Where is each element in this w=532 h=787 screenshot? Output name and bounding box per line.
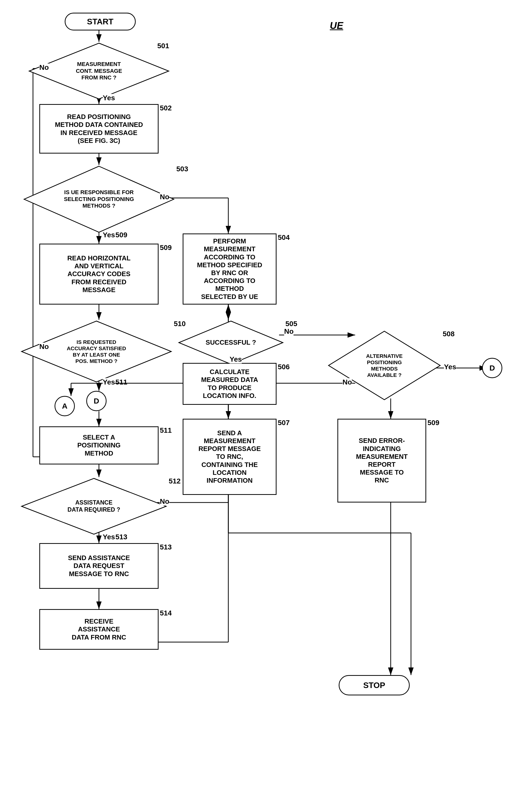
ref-514: 514 bbox=[160, 609, 172, 617]
ref-512-yes: 513 bbox=[115, 533, 127, 541]
node-504: PERFORMMEASUREMENTACCORDING TOMETHOD SPE… bbox=[183, 233, 276, 304]
ref-505: 505 bbox=[285, 320, 297, 328]
ref-510: 510 bbox=[174, 320, 186, 328]
label-508-no: No bbox=[342, 378, 352, 386]
circle-d-right: D bbox=[482, 358, 502, 378]
ref-511: 511 bbox=[160, 426, 172, 434]
stop-node: STOP bbox=[339, 675, 410, 695]
label-501-yes: Yes bbox=[103, 94, 115, 102]
node-512: ASSISTANCEDATA REQUIRED ? bbox=[20, 477, 168, 535]
circle-d-left: D bbox=[86, 391, 107, 411]
ref-506: 506 bbox=[278, 363, 290, 371]
node-509-send: SEND ERROR-INDICATINGMEASUREMENTREPORTME… bbox=[337, 419, 426, 503]
ref-512: 512 bbox=[169, 477, 181, 485]
circle-a-left: A bbox=[54, 396, 75, 416]
node-509-read: READ HORIZONTALAND VERTICALACCURACY CODE… bbox=[39, 243, 159, 304]
label-501-no: No bbox=[39, 63, 49, 71]
ref-501: 501 bbox=[157, 42, 169, 50]
ref-507: 507 bbox=[278, 419, 290, 427]
flowchart-diagram: UE START MEASUREMENTCONT. MESSAGEFROM RN… bbox=[0, 0, 532, 787]
start-node: START bbox=[65, 13, 136, 30]
ref-509-read: 509 bbox=[160, 243, 172, 252]
label-508-yes: Yes bbox=[444, 363, 456, 371]
ref-513: 513 bbox=[160, 543, 172, 551]
label-510-no: No bbox=[39, 343, 49, 351]
label-503-no: No bbox=[160, 193, 169, 201]
ref-508: 508 bbox=[443, 330, 455, 338]
label-512-yes: Yes bbox=[103, 533, 115, 541]
label-510-yes: Yes bbox=[103, 378, 115, 386]
node-503: IS UE RESPONSIBLE FORSELECTING POSITIONI… bbox=[23, 165, 175, 233]
node-508: ALTERNATIVEPOSITIONINGMETHODSAVAILABLE ? bbox=[327, 330, 441, 401]
node-502: READ POSITIONINGMETHOD DATA CONTAINEDIN … bbox=[39, 104, 159, 153]
node-505-text: SUCCESSFUL ? bbox=[198, 334, 264, 352]
node-511: SELECT APOSITIONINGMETHOD bbox=[39, 426, 159, 464]
node-510: IS REQUESTEDACCURACY SATISFIEDBY AT LEAS… bbox=[20, 320, 173, 383]
ref-502: 502 bbox=[160, 104, 172, 112]
label-505-yes: Yes bbox=[229, 355, 242, 363]
label-512-no: No bbox=[160, 497, 169, 506]
node-513: SEND ASSISTANCEDATA REQUESTMESSAGE TO RN… bbox=[39, 543, 159, 589]
node-501-text: MEASUREMENTCONT. MESSAGEFROM RNC ? bbox=[68, 56, 130, 86]
ref-510-yes: 511 bbox=[115, 378, 127, 386]
node-508-text: ALTERNATIVEPOSITIONINGMETHODSAVAILABLE ? bbox=[358, 348, 410, 383]
ue-label: UE bbox=[330, 20, 343, 31]
node-501: MEASUREMENTCONT. MESSAGEFROM RNC ? bbox=[28, 42, 170, 100]
node-510-text: IS REQUESTEDACCURACY SATISFIEDBY AT LEAS… bbox=[59, 334, 134, 369]
ref-509-send: 509 bbox=[427, 419, 439, 427]
node-506: CALCULATEMEASURED DATATO PRODUCELOCATION… bbox=[183, 363, 276, 405]
node-503-text: IS UE RESPONSIBLE FORSELECTING POSITIONI… bbox=[56, 184, 141, 214]
node-514: RECEIVEASSISTANCEDATA FROM RNC bbox=[39, 609, 159, 650]
ref-503-yes: 509 bbox=[115, 231, 127, 239]
node-512-text: ASSISTANCEDATA REQUIRED ? bbox=[60, 494, 128, 518]
ref-504: 504 bbox=[278, 233, 290, 241]
ref-503: 503 bbox=[176, 165, 188, 173]
label-503-yes: Yes bbox=[103, 231, 115, 239]
node-507: SEND AMEASUREMENTREPORT MESSAGETO RNC,CO… bbox=[183, 419, 276, 495]
label-505-no: No bbox=[284, 327, 293, 336]
